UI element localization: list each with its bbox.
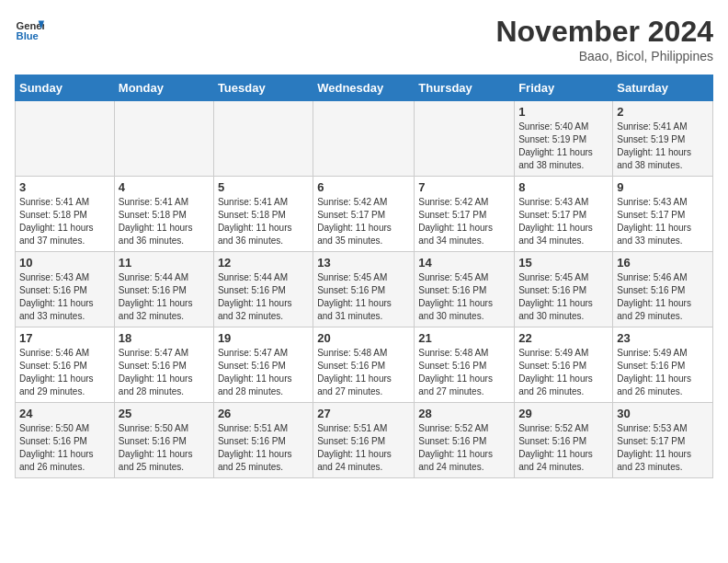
calendar-cell: 10Sunrise: 5:43 AM Sunset: 5:16 PM Dayli… [16,252,115,327]
day-number: 4 [119,180,210,194]
day-number: 23 [617,331,709,345]
calendar-cell: 28Sunrise: 5:52 AM Sunset: 5:16 PM Dayli… [415,403,515,478]
calendar-cell: 6Sunrise: 5:42 AM Sunset: 5:17 PM Daylig… [313,177,415,252]
calendar-cell: 20Sunrise: 5:48 AM Sunset: 5:16 PM Dayli… [313,327,415,403]
calendar-cell: 30Sunrise: 5:53 AM Sunset: 5:17 PM Dayli… [613,403,713,478]
calendar-cell: 27Sunrise: 5:51 AM Sunset: 5:16 PM Dayli… [313,403,415,478]
calendar-cell: 2Sunrise: 5:41 AM Sunset: 5:19 PM Daylig… [613,101,713,177]
calendar-cell: 17Sunrise: 5:46 AM Sunset: 5:16 PM Dayli… [16,327,115,403]
calendar-cell: 24Sunrise: 5:50 AM Sunset: 5:16 PM Dayli… [16,403,115,478]
day-info: Sunrise: 5:47 AM Sunset: 5:16 PM Dayligh… [218,347,309,398]
day-number: 30 [617,407,709,420]
day-number: 24 [19,407,110,420]
weekday-header: Sunday [16,75,115,101]
calendar-cell: 29Sunrise: 5:52 AM Sunset: 5:16 PM Dayli… [515,403,613,478]
day-info: Sunrise: 5:48 AM Sunset: 5:16 PM Dayligh… [418,347,510,398]
day-info: Sunrise: 5:41 AM Sunset: 5:19 PM Dayligh… [617,121,709,172]
calendar-cell: 18Sunrise: 5:47 AM Sunset: 5:16 PM Dayli… [114,327,213,403]
calendar-header-row: SundayMondayTuesdayWednesdayThursdayFrid… [16,75,713,101]
day-number: 6 [317,180,410,194]
day-info: Sunrise: 5:42 AM Sunset: 5:17 PM Dayligh… [418,196,510,247]
day-number: 14 [418,256,510,270]
day-info: Sunrise: 5:46 AM Sunset: 5:16 PM Dayligh… [19,347,110,398]
day-info: Sunrise: 5:52 AM Sunset: 5:16 PM Dayligh… [418,422,510,474]
day-info: Sunrise: 5:41 AM Sunset: 5:18 PM Dayligh… [218,196,309,247]
day-info: Sunrise: 5:49 AM Sunset: 5:16 PM Dayligh… [617,347,709,398]
day-number: 9 [617,180,709,194]
day-info: Sunrise: 5:45 AM Sunset: 5:16 PM Dayligh… [317,271,410,323]
day-number: 1 [518,105,609,119]
day-info: Sunrise: 5:49 AM Sunset: 5:16 PM Dayligh… [518,347,609,398]
day-number: 22 [518,331,609,345]
calendar-cell: 7Sunrise: 5:42 AM Sunset: 5:17 PM Daylig… [415,177,515,252]
day-number: 20 [317,331,410,345]
weekday-header: Wednesday [313,75,415,101]
day-number: 15 [518,256,609,270]
calendar-cell: 8Sunrise: 5:43 AM Sunset: 5:17 PM Daylig… [515,177,613,252]
calendar-cell [213,101,313,177]
day-info: Sunrise: 5:45 AM Sunset: 5:16 PM Dayligh… [418,271,510,323]
calendar-cell: 21Sunrise: 5:48 AM Sunset: 5:16 PM Dayli… [415,327,515,403]
day-info: Sunrise: 5:50 AM Sunset: 5:16 PM Dayligh… [119,422,210,474]
day-info: Sunrise: 5:46 AM Sunset: 5:16 PM Dayligh… [617,271,709,323]
day-info: Sunrise: 5:41 AM Sunset: 5:18 PM Dayligh… [19,196,110,247]
day-number: 25 [119,407,210,420]
calendar-cell [114,101,213,177]
day-number: 5 [218,180,309,194]
location-subtitle: Baao, Bicol, Philippines [495,49,713,63]
calendar-cell: 11Sunrise: 5:44 AM Sunset: 5:16 PM Dayli… [114,252,213,327]
day-info: Sunrise: 5:50 AM Sunset: 5:16 PM Dayligh… [19,422,110,474]
weekday-header: Friday [515,75,613,101]
day-number: 12 [218,256,309,270]
day-info: Sunrise: 5:43 AM Sunset: 5:16 PM Dayligh… [19,271,110,323]
day-info: Sunrise: 5:41 AM Sunset: 5:18 PM Dayligh… [119,196,210,247]
logo-icon: General Blue [15,15,44,44]
day-info: Sunrise: 5:52 AM Sunset: 5:16 PM Dayligh… [518,422,609,474]
day-info: Sunrise: 5:43 AM Sunset: 5:17 PM Dayligh… [617,196,709,247]
calendar-cell: 4Sunrise: 5:41 AM Sunset: 5:18 PM Daylig… [114,177,213,252]
calendar-cell: 5Sunrise: 5:41 AM Sunset: 5:18 PM Daylig… [213,177,313,252]
day-number: 11 [119,256,210,270]
calendar-cell: 22Sunrise: 5:49 AM Sunset: 5:16 PM Dayli… [515,327,613,403]
day-number: 2 [617,105,709,119]
day-number: 7 [418,180,510,194]
calendar-week-row: 17Sunrise: 5:46 AM Sunset: 5:16 PM Dayli… [16,327,713,403]
day-number: 8 [518,180,609,194]
day-info: Sunrise: 5:44 AM Sunset: 5:16 PM Dayligh… [119,271,210,323]
calendar-body: 1Sunrise: 5:40 AM Sunset: 5:19 PM Daylig… [16,101,713,478]
logo: General Blue [15,15,44,44]
day-info: Sunrise: 5:43 AM Sunset: 5:17 PM Dayligh… [518,196,609,247]
calendar-week-row: 1Sunrise: 5:40 AM Sunset: 5:19 PM Daylig… [16,101,713,177]
day-info: Sunrise: 5:45 AM Sunset: 5:16 PM Dayligh… [518,271,609,323]
calendar-cell: 1Sunrise: 5:40 AM Sunset: 5:19 PM Daylig… [515,101,613,177]
calendar-cell [313,101,415,177]
calendar-cell: 9Sunrise: 5:43 AM Sunset: 5:17 PM Daylig… [613,177,713,252]
day-number: 26 [218,407,309,420]
calendar-cell: 23Sunrise: 5:49 AM Sunset: 5:16 PM Dayli… [613,327,713,403]
day-number: 28 [418,407,510,420]
calendar-cell: 15Sunrise: 5:45 AM Sunset: 5:16 PM Dayli… [515,252,613,327]
calendar-cell: 25Sunrise: 5:50 AM Sunset: 5:16 PM Dayli… [114,403,213,478]
calendar-cell [415,101,515,177]
calendar-cell: 16Sunrise: 5:46 AM Sunset: 5:16 PM Dayli… [613,252,713,327]
day-number: 13 [317,256,410,270]
day-info: Sunrise: 5:47 AM Sunset: 5:16 PM Dayligh… [119,347,210,398]
day-number: 19 [218,331,309,345]
day-info: Sunrise: 5:48 AM Sunset: 5:16 PM Dayligh… [317,347,410,398]
calendar-cell: 3Sunrise: 5:41 AM Sunset: 5:18 PM Daylig… [16,177,115,252]
calendar-cell [16,101,115,177]
weekday-header: Tuesday [213,75,313,101]
calendar-week-row: 10Sunrise: 5:43 AM Sunset: 5:16 PM Dayli… [16,252,713,327]
day-info: Sunrise: 5:51 AM Sunset: 5:16 PM Dayligh… [218,422,309,474]
day-number: 29 [518,407,609,420]
title-block: November 2024 Baao, Bicol, Philippines [495,15,713,63]
calendar-cell: 14Sunrise: 5:45 AM Sunset: 5:16 PM Dayli… [415,252,515,327]
calendar-week-row: 3Sunrise: 5:41 AM Sunset: 5:18 PM Daylig… [16,177,713,252]
day-number: 16 [617,256,709,270]
day-info: Sunrise: 5:51 AM Sunset: 5:16 PM Dayligh… [317,422,410,474]
day-info: Sunrise: 5:42 AM Sunset: 5:17 PM Dayligh… [317,196,410,247]
weekday-header: Saturday [613,75,713,101]
calendar-cell: 12Sunrise: 5:44 AM Sunset: 5:16 PM Dayli… [213,252,313,327]
page-header: General Blue November 2024 Baao, Bicol, … [15,15,713,63]
calendar-cell: 13Sunrise: 5:45 AM Sunset: 5:16 PM Dayli… [313,252,415,327]
